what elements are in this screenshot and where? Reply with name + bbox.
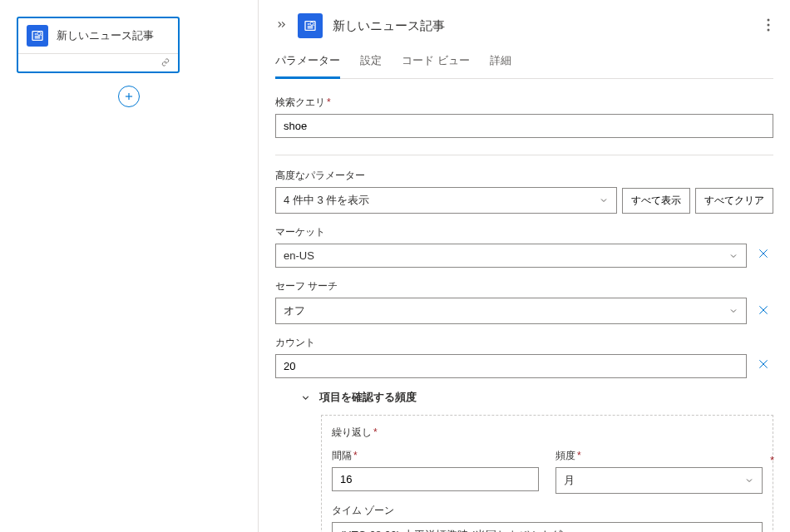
timezone-label: タイム ゾーン [332,504,763,518]
news-icon [27,25,48,47]
news-icon [298,13,323,38]
frequency-check-title: 項目を確認する頻度 [319,390,417,405]
node-link-row [18,53,178,71]
frequency-check-body: * 繰り返し* 間隔* 頻度* 月 タイム ゾーン [321,415,773,532]
safesearch-label: セーフ サーチ [275,279,747,293]
frequency-select[interactable]: 月 [555,467,763,494]
tab-parameters[interactable]: パラメーター [275,53,340,79]
add-step-button[interactable] [118,86,140,107]
advanced-params-label: 高度なパラメーター [275,169,617,183]
tab-codeview[interactable]: コード ビュー [402,53,470,78]
frequency-value: 月 [564,473,575,488]
frequency-check-header[interactable]: 項目を確認する頻度 [300,390,773,405]
panel-title: 新しいニュース記事 [333,18,753,34]
svg-point-18 [768,28,770,31]
safesearch-value: オフ [284,303,305,318]
show-all-button[interactable]: すべて表示 [622,188,690,214]
search-query-label: 検索クエリ* [275,96,773,110]
tab-advanced[interactable]: 詳細 [490,53,511,78]
chevron-down-icon [300,392,311,403]
divider [275,155,773,155]
remove-count-icon[interactable] [753,354,773,378]
timezone-select[interactable]: (UTC-08:00) 太平洋標準時 (米国およびカナダ) [332,522,763,532]
tab-settings[interactable]: 設定 [360,53,382,78]
node-title: 新しいニュース記事 [57,28,154,43]
timezone-value: (UTC-08:00) 太平洋標準時 (米国およびカナダ) [340,528,565,532]
search-query-input[interactable] [275,114,773,138]
panel-tabs: パラメーター 設定 コード ビュー 詳細 [275,53,773,79]
clear-all-button[interactable]: すべてクリア [695,188,773,214]
chevron-down-icon [599,195,609,205]
chevron-down-icon [744,475,754,485]
collapse-panel-icon[interactable] [275,18,288,33]
chevron-down-icon [728,306,738,316]
chevron-down-icon [728,251,738,261]
svg-line-15 [313,25,314,26]
repeat-label: 繰り返し* [332,426,763,440]
properties-panel: 新しいニュース記事 パラメーター 設定 コード ビュー 詳細 検索クエリ* 高度… [258,0,790,532]
count-label: カウント [275,336,747,350]
market-select[interactable]: en-US [275,244,747,268]
interval-label: 間隔* [332,449,539,463]
svg-point-16 [768,18,770,21]
safesearch-select[interactable]: オフ [275,298,747,324]
market-value: en-US [284,249,314,262]
advanced-params-select[interactable]: 4 件中 3 件を表示 [275,187,617,214]
interval-input[interactable] [332,467,539,491]
advanced-params-value: 4 件中 3 件を表示 [284,193,369,208]
designer-canvas: 新しいニュース記事 [0,0,258,532]
svg-line-6 [40,35,41,36]
market-label: マーケット [275,225,747,239]
link-icon [160,57,171,69]
workflow-node-card[interactable]: 新しいニュース記事 [17,17,180,73]
svg-point-17 [768,23,770,26]
count-input[interactable] [275,354,747,378]
more-menu-icon[interactable] [763,15,773,37]
remove-safesearch-icon[interactable] [753,300,773,324]
remove-market-icon[interactable] [753,244,773,268]
frequency-label: 頻度* [555,449,763,463]
